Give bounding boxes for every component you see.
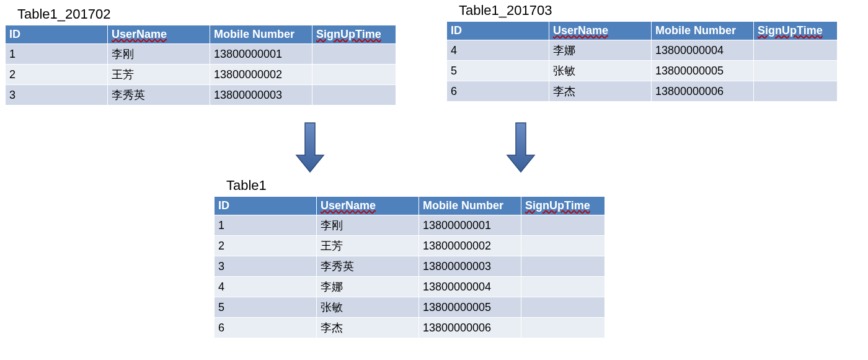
header-mobile: Mobile Number <box>419 197 521 215</box>
cell-signup <box>312 44 396 65</box>
cell-user: 李刚 <box>317 215 419 236</box>
table-201703-title: Table1_201703 <box>446 2 838 19</box>
header-username: UserName <box>108 25 210 44</box>
cell-user: 李秀英 <box>108 85 210 106</box>
cell-signup <box>754 81 838 102</box>
table-row: 5 张敏 13800000005 <box>215 297 605 318</box>
header-mobile: Mobile Number <box>210 25 312 44</box>
header-id: ID <box>447 22 549 40</box>
cell-mobile: 13800000004 <box>652 40 754 61</box>
cell-mobile: 13800000006 <box>652 81 754 102</box>
table-header-row: ID UserName Mobile Number SignUpTime <box>215 197 605 215</box>
cell-mobile: 13800000002 <box>419 236 521 256</box>
cell-user: 李杰 <box>317 318 419 338</box>
table-row: 4 李娜 13800000004 <box>447 40 838 61</box>
cell-id: 1 <box>215 215 317 236</box>
cell-signup <box>312 65 396 85</box>
cell-id: 4 <box>447 40 549 61</box>
cell-user: 李刚 <box>108 44 210 65</box>
cell-user: 李杰 <box>549 81 652 102</box>
cell-mobile: 13800000006 <box>419 318 521 338</box>
cell-user: 张敏 <box>549 61 652 81</box>
cell-mobile: 13800000003 <box>210 85 312 106</box>
cell-signup <box>754 40 838 61</box>
table-row: 3 李秀英 13800000003 <box>215 256 605 277</box>
cell-mobile: 13800000001 <box>419 215 521 236</box>
cell-signup <box>521 297 605 318</box>
cell-mobile: 13800000004 <box>419 277 521 297</box>
arrow-right-icon <box>505 121 536 174</box>
arrow-left-icon <box>294 121 326 174</box>
cell-mobile: 13800000002 <box>210 65 312 85</box>
table-201703: Table1_201703 ID UserName Mobile Number … <box>446 2 838 102</box>
cell-signup <box>312 85 396 106</box>
cell-mobile: 13800000005 <box>419 297 521 318</box>
cell-user: 王芳 <box>317 236 419 256</box>
cell-id: 5 <box>215 297 317 318</box>
cell-signup <box>521 318 605 338</box>
cell-user: 李娜 <box>549 40 652 61</box>
table-row: 6 李杰 13800000006 <box>447 81 838 102</box>
cell-mobile: 13800000005 <box>652 61 754 81</box>
cell-mobile: 13800000003 <box>419 256 521 277</box>
table-201702: Table1_201702 ID UserName Mobile Number … <box>5 6 396 106</box>
table-201702-title: Table1_201702 <box>5 6 396 22</box>
table-row: 2 王芳 13800000002 <box>6 65 396 85</box>
header-signup: SignUpTime <box>521 197 605 215</box>
cell-id: 2 <box>6 65 108 85</box>
table-row: 5 张敏 13800000005 <box>447 61 838 81</box>
table-201702-grid: ID UserName Mobile Number SignUpTime 1 李… <box>5 25 396 106</box>
table-merged-title: Table1 <box>214 178 605 194</box>
cell-id: 1 <box>6 44 108 65</box>
cell-id: 3 <box>6 85 108 106</box>
table-merged: Table1 ID UserName Mobile Number SignUpT… <box>214 178 605 338</box>
cell-signup <box>521 215 605 236</box>
header-signup: SignUpTime <box>312 25 396 44</box>
cell-user: 李秀英 <box>317 256 419 277</box>
header-id: ID <box>6 25 108 44</box>
header-username: UserName <box>317 197 419 215</box>
cell-signup <box>521 277 605 297</box>
cell-id: 4 <box>215 277 317 297</box>
cell-user: 王芳 <box>108 65 210 85</box>
header-username: UserName <box>549 22 652 40</box>
table-header-row: ID UserName Mobile Number SignUpTime <box>447 22 838 40</box>
header-mobile: Mobile Number <box>652 22 754 40</box>
table-row: 1 李刚 13800000001 <box>6 44 396 65</box>
header-signup: SignUpTime <box>754 22 838 40</box>
cell-signup <box>521 236 605 256</box>
table-row: 4 李娜 13800000004 <box>215 277 605 297</box>
table-merged-grid: ID UserName Mobile Number SignUpTime 1 李… <box>214 196 605 338</box>
table-row: 6 李杰 13800000006 <box>215 318 605 338</box>
cell-user: 李娜 <box>317 277 419 297</box>
cell-id: 2 <box>215 236 317 256</box>
cell-id: 5 <box>447 61 549 81</box>
cell-user: 张敏 <box>317 297 419 318</box>
cell-id: 6 <box>215 318 317 338</box>
header-id: ID <box>215 197 317 215</box>
table-row: 1 李刚 13800000001 <box>215 215 605 236</box>
cell-id: 3 <box>215 256 317 277</box>
table-row: 2 王芳 13800000002 <box>215 236 605 256</box>
table-header-row: ID UserName Mobile Number SignUpTime <box>6 25 396 44</box>
table-201703-grid: ID UserName Mobile Number SignUpTime 4 李… <box>446 21 838 102</box>
table-row: 3 李秀英 13800000003 <box>6 85 396 106</box>
cell-mobile: 13800000001 <box>210 44 312 65</box>
cell-signup <box>521 256 605 277</box>
cell-id: 6 <box>447 81 549 102</box>
cell-signup <box>754 61 838 81</box>
